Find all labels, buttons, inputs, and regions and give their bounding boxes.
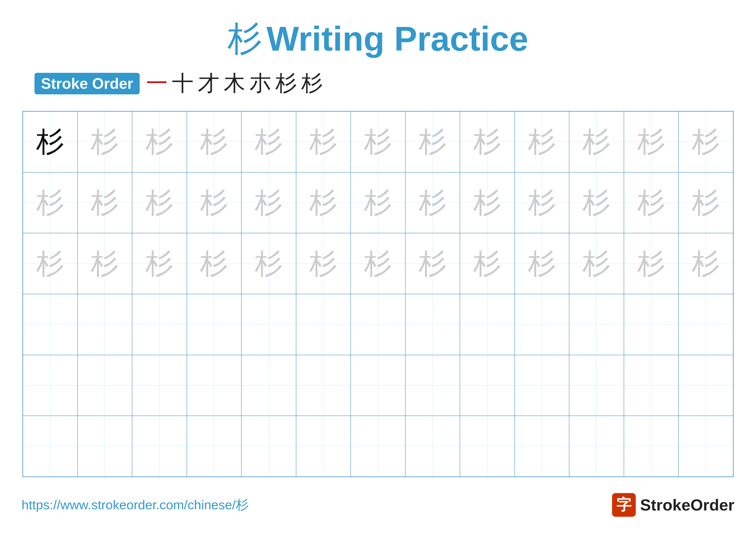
grid-cell: 杉 [569, 172, 624, 233]
grid-cell [624, 294, 679, 355]
logo-text: StrokeOrder [640, 496, 735, 514]
grid-cell [187, 355, 242, 416]
grid-cell: 杉 [187, 111, 242, 172]
grid-cell: 杉 [351, 233, 405, 294]
grid-cell: 杉 [405, 111, 460, 172]
grid-cell: 杉 [23, 172, 78, 233]
grid-cell [296, 355, 351, 416]
grid-cell [678, 355, 733, 416]
grid-cell [78, 294, 132, 355]
grid-cell [23, 355, 78, 416]
grid-cell [405, 294, 460, 355]
grid-cell [296, 416, 351, 477]
grid-cell: 杉 [296, 172, 351, 233]
grid-cell: 杉 [187, 172, 242, 233]
grid-cell: 杉 [241, 172, 296, 233]
grid-cell: 杉 [132, 233, 187, 294]
grid-cell [132, 416, 187, 477]
grid-cell: 杉 [624, 172, 679, 233]
grid-cell: 杉 [351, 172, 405, 233]
grid-cell: 杉 [569, 111, 624, 172]
grid-cell [678, 294, 733, 355]
grid-cell: 杉 [78, 233, 132, 294]
stroke-6: 杉 [275, 69, 297, 98]
grid-cell: 杉 [678, 233, 733, 294]
grid-cell: 杉 [132, 111, 187, 172]
grid-cell: 杉 [23, 111, 78, 172]
title-char: 杉 [228, 21, 262, 56]
grid-cell [351, 416, 405, 477]
stroke-7: 杉 [301, 69, 323, 98]
grid-cell [241, 355, 296, 416]
grid-cell [23, 416, 78, 477]
grid-cell: 杉 [405, 233, 460, 294]
grid-cell [515, 355, 569, 416]
grid-cell [351, 355, 405, 416]
page-title: Writing Practice [266, 21, 528, 56]
grid-cell [187, 416, 242, 477]
grid-cell: 杉 [78, 111, 132, 172]
grid-cell [460, 416, 515, 477]
grid-cell: 杉 [460, 111, 515, 172]
stroke-2: 十 [172, 69, 194, 98]
stroke-1: 一 [146, 69, 168, 98]
grid-cell: 杉 [678, 172, 733, 233]
grid-cell: 杉 [624, 111, 679, 172]
grid-cell [569, 355, 624, 416]
grid-cell: 杉 [241, 233, 296, 294]
grid-cell [405, 355, 460, 416]
grid-cell: 杉 [241, 111, 296, 172]
grid-cell: 杉 [132, 172, 187, 233]
stroke-sequence: 一 十 才 木 朩 杉 杉 [146, 69, 323, 98]
grid-cell [132, 294, 187, 355]
grid-cell [405, 416, 460, 477]
grid-cell: 杉 [23, 233, 78, 294]
grid-cell [569, 416, 624, 477]
grid-cell: 杉 [296, 233, 351, 294]
grid-cell: 杉 [515, 172, 569, 233]
footer-url: https://www.strokeorder.com/chinese/杉 [21, 496, 249, 514]
stroke-3: 才 [198, 69, 219, 98]
grid-cell [241, 294, 296, 355]
footer-logo: 字 StrokeOrder [612, 493, 735, 517]
grid-cell: 杉 [405, 172, 460, 233]
grid-cell [241, 416, 296, 477]
grid-cell: 杉 [460, 172, 515, 233]
stroke-4: 木 [224, 69, 245, 98]
stroke-order-badge: Stroke Order [35, 73, 140, 94]
stroke-order-row: Stroke Order 一 十 才 木 朩 杉 杉 [21, 69, 735, 98]
grid-cell [351, 294, 405, 355]
practice-grid: 杉杉杉杉杉杉杉杉杉杉杉杉杉杉杉杉杉杉杉杉杉杉杉杉杉杉杉杉杉杉杉杉杉杉杉杉杉杉杉 [22, 111, 734, 477]
stroke-5: 朩 [250, 69, 271, 98]
grid-cell: 杉 [187, 233, 242, 294]
grid-cell [78, 416, 132, 477]
grid-cell [515, 416, 569, 477]
title-row: 杉 Writing Practice [228, 21, 528, 56]
grid-cell [515, 294, 569, 355]
grid-cell: 杉 [351, 111, 405, 172]
grid-cell [624, 416, 679, 477]
grid-cell [187, 294, 242, 355]
grid-cell [23, 294, 78, 355]
page: 杉 Writing Practice Stroke Order 一 十 才 木 … [0, 0, 756, 534]
grid-cell [132, 355, 187, 416]
grid-cell [296, 294, 351, 355]
grid-cell: 杉 [515, 233, 569, 294]
grid-cell: 杉 [460, 233, 515, 294]
grid-cell: 杉 [78, 172, 132, 233]
footer: https://www.strokeorder.com/chinese/杉 字 … [21, 493, 735, 517]
grid-cell: 杉 [296, 111, 351, 172]
grid-cell: 杉 [515, 111, 569, 172]
grid-cell [569, 294, 624, 355]
grid-cell [460, 294, 515, 355]
grid-cell: 杉 [678, 111, 733, 172]
grid-cell: 杉 [569, 233, 624, 294]
grid-cell [78, 355, 132, 416]
grid-cell [678, 416, 733, 477]
logo-icon: 字 [612, 493, 636, 517]
grid-cell: 杉 [624, 233, 679, 294]
grid-cell [460, 355, 515, 416]
grid-cell [624, 355, 679, 416]
